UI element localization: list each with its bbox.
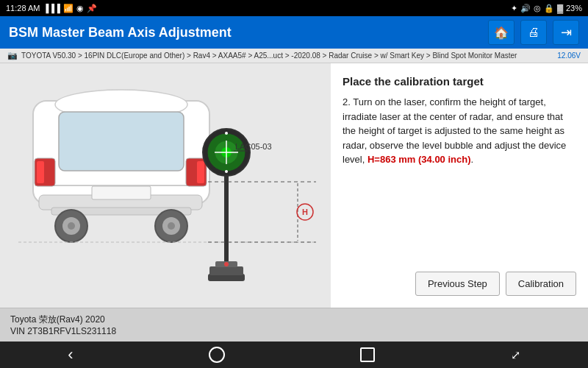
content-area: Place the calibration target 2. Turn on … <box>343 75 576 167</box>
section-title: Place the calibration target <box>343 75 576 88</box>
time: 11:28 AM <box>6 4 40 13</box>
footer: Toyota 荣放(Rav4) 2020 VIN 2T3B1RFV1LS2311… <box>0 308 588 342</box>
instruction-part2: . <box>471 154 474 165</box>
header: BSM Master Beam Axis Adjustment 🏠 🖨 ⇥ <box>0 16 588 49</box>
signal-icon: ▐▐▐ <box>43 4 60 13</box>
svg-point-17 <box>168 222 175 230</box>
vehicle-name: Toyota 荣放(Rav4) 2020 <box>10 314 116 326</box>
svg-point-38 <box>224 262 229 266</box>
breadcrumb-path: TOYOTA V50.30 > 16PIN DLC(Europe and Oth… <box>21 52 517 60</box>
header-icons: 🏠 🖨 ⇥ <box>488 20 579 45</box>
print-icon: 🖨 <box>528 26 539 39</box>
battery-percent: 23% <box>566 4 582 13</box>
location-icon: ◉ <box>76 4 84 13</box>
status-right: ✦ 🔊 ◎ 🔒 ▓ 23% <box>511 4 582 13</box>
calibration-button[interactable]: Calibration <box>506 272 576 296</box>
home-icon: 🏠 <box>494 26 509 40</box>
vehicle-info: Toyota 荣放(Rav4) 2020 VIN 2T3B1RFV1LS2311… <box>10 314 116 336</box>
home-nav-button[interactable] <box>209 347 225 363</box>
previous-step-button[interactable]: Previous Step <box>415 272 500 296</box>
svg-rect-8 <box>197 161 204 183</box>
recents-nav-button[interactable] <box>360 347 375 362</box>
battery-icon: 🔒 <box>544 4 554 13</box>
volume-icon: 🔊 <box>520 4 531 13</box>
print-button[interactable]: 🖨 <box>520 20 547 45</box>
back-nav-button[interactable]: ‹ <box>68 345 73 364</box>
breadcrumb: 📷 TOYOTA V50.30 > 16PIN DLC(Europe and O… <box>0 49 588 63</box>
instruction-text: 2. Turn on the laser, confirm the height… <box>343 95 576 167</box>
svg-rect-36 <box>209 266 243 275</box>
image-panel: LAC05-03 H <box>0 63 331 308</box>
svg-point-14 <box>68 222 75 230</box>
svg-point-28 <box>225 170 228 173</box>
nav-bar: ‹ ⤢ <box>0 342 588 368</box>
wifi-icon: 📶 <box>63 4 74 13</box>
version-label: 12.06V <box>557 52 581 60</box>
exit-button[interactable]: ⇥ <box>553 20 579 45</box>
svg-point-27 <box>225 132 228 135</box>
svg-rect-3 <box>59 112 184 171</box>
battery-level: ▓ <box>557 4 563 13</box>
page-title: BSM Master Beam Axis Adjustment <box>9 25 232 40</box>
vin: VIN 2T3B1RFV1LS231118 <box>10 326 116 336</box>
svg-rect-10 <box>92 186 151 199</box>
status-left: 11:28 AM ▐▐▐ 📶 ◉ 📌 <box>6 4 97 13</box>
expand-nav-button[interactable]: ⤢ <box>511 348 520 362</box>
svg-text:LAC05-03: LAC05-03 <box>235 142 272 151</box>
status-bar: 11:28 AM ▐▐▐ 📶 ◉ 📌 ✦ 🔊 ◎ 🔒 ▓ 23% <box>0 0 588 16</box>
calibration-diagram: LAC05-03 H <box>11 71 320 300</box>
camera-icon: 📷 <box>7 51 18 60</box>
svg-text:H: H <box>302 208 308 216</box>
bluetooth-icon: ✦ <box>511 4 517 13</box>
main-content: LAC05-03 H Place the calibration target … <box>0 63 588 308</box>
highlight-text: H=863 mm (34.00 inch) <box>368 154 471 165</box>
gps-icon: ◎ <box>534 4 541 13</box>
home-button[interactable]: 🏠 <box>488 20 514 45</box>
buttons-row: Previous Step Calibration <box>343 272 576 296</box>
text-panel: Place the calibration target 2. Turn on … <box>331 63 588 308</box>
pin-icon: 📌 <box>87 4 97 13</box>
svg-rect-6 <box>37 161 44 183</box>
exit-icon: ⇥ <box>561 24 572 40</box>
